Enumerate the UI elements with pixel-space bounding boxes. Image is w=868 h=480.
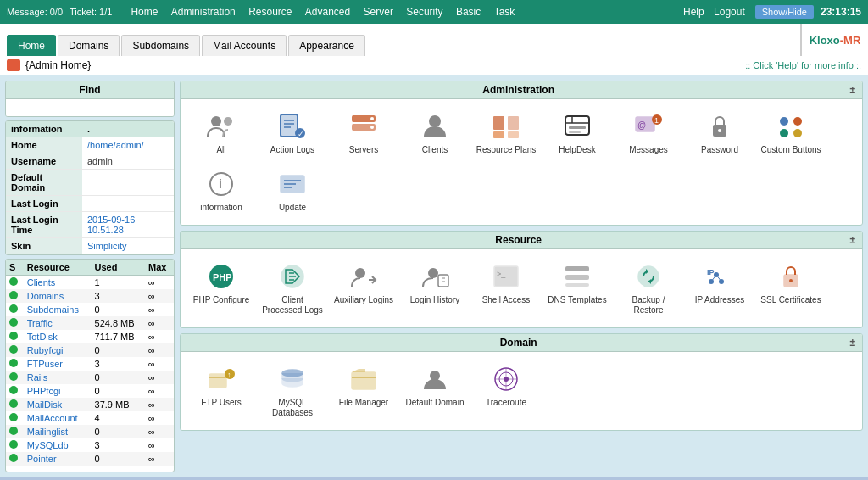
domain-item-mysql-databases[interactable]: MySQL Databases bbox=[259, 359, 326, 423]
status-dot-cell bbox=[6, 438, 24, 452]
resource-section: Resource ± PHP PHP Configure Client Proc… bbox=[180, 231, 863, 328]
resource-used: 1 bbox=[92, 276, 146, 290]
resource-name[interactable]: Subdomains bbox=[24, 303, 92, 316]
help-link[interactable]: Help bbox=[683, 6, 704, 18]
nav-resource[interactable]: Resource bbox=[248, 6, 292, 18]
resource-item-backup-restore[interactable]: Backup / Restore bbox=[615, 256, 682, 321]
tab-mail-accounts[interactable]: Mail Accounts bbox=[202, 35, 287, 56]
domain-item-file-manager[interactable]: File Manager bbox=[330, 359, 398, 423]
info-header-label: information bbox=[6, 121, 82, 137]
find-input[interactable] bbox=[6, 99, 174, 116]
svg-point-1 bbox=[224, 117, 232, 126]
show-hide-button[interactable]: Show/Hide bbox=[755, 5, 814, 19]
admin-item-helpdesk[interactable]: HelpDesk bbox=[543, 106, 611, 160]
table-row: MailAccount 4 ∞ bbox=[6, 411, 174, 425]
svg-point-28 bbox=[718, 129, 721, 132]
tab-home[interactable]: Home bbox=[7, 35, 56, 56]
resource-name[interactable]: TotDisk bbox=[24, 330, 92, 343]
action-logs-label: Action Logs bbox=[270, 145, 314, 155]
admin-item-update[interactable]: Update bbox=[259, 164, 326, 218]
nav-server[interactable]: Server bbox=[364, 6, 393, 18]
resource-item-auxiliary-logins[interactable]: Auxiliary Logins bbox=[330, 256, 398, 321]
right-panel: Administration ± All ✓ Action Logs Serve… bbox=[180, 81, 863, 472]
resource-collapse-btn[interactable]: ± bbox=[849, 234, 855, 246]
resource-name[interactable]: MySQLdb bbox=[24, 438, 92, 452]
resource-item-dns-templates[interactable]: DNS Templates bbox=[543, 256, 611, 321]
tab-subdomains[interactable]: Subdomains bbox=[121, 35, 200, 56]
status-dot bbox=[9, 332, 18, 340]
update-label: Update bbox=[279, 203, 306, 213]
admin-item-password[interactable]: Password bbox=[686, 106, 754, 160]
domain-item-default-domain[interactable]: Default Domain bbox=[401, 359, 469, 423]
resource-item-client-processed-logs[interactable]: Client Processed Logs bbox=[259, 256, 326, 321]
info-row-last-login-time: Last Login Time 2015-09-16 10.51.28 bbox=[6, 212, 174, 238]
admin-item-all[interactable]: All bbox=[187, 106, 255, 160]
resource-max: ∞ bbox=[145, 343, 174, 357]
nav-basic[interactable]: Basic bbox=[456, 6, 481, 18]
admin-item-servers[interactable]: Servers bbox=[330, 106, 398, 160]
backup-restore-icon bbox=[632, 261, 665, 292]
resource-used: 3 bbox=[92, 289, 146, 303]
admin-item-resource-plans[interactable]: Resource Plans bbox=[472, 106, 540, 160]
resource-name[interactable]: MailAccount bbox=[24, 411, 92, 425]
admin-item-clients[interactable]: Clients bbox=[401, 106, 469, 160]
table-row: FTPuser 3 ∞ bbox=[6, 357, 174, 371]
resource-name[interactable]: PHPfcgi bbox=[24, 384, 92, 398]
left-panel: Find information . Home /home/admin/ Use… bbox=[5, 81, 175, 472]
find-box: Find bbox=[5, 81, 175, 117]
resource-name[interactable]: Rubyfcgi bbox=[24, 343, 92, 357]
nav-task[interactable]: Task bbox=[494, 6, 515, 18]
tab-domains[interactable]: Domains bbox=[58, 35, 120, 56]
nav-administration[interactable]: Administration bbox=[171, 6, 236, 18]
resource-item-login-history[interactable]: Login History bbox=[401, 256, 469, 321]
svg-point-32 bbox=[793, 129, 802, 137]
resource-max: ∞ bbox=[145, 316, 174, 330]
admin-item-action-logs[interactable]: ✓ Action Logs bbox=[259, 106, 326, 160]
admin-collapse-btn[interactable]: ± bbox=[849, 84, 855, 96]
resource-name[interactable]: FTPuser bbox=[24, 357, 92, 371]
resource-name[interactable]: Domains bbox=[24, 289, 92, 303]
resource-item-ssl-certificates[interactable]: SSL Certificates bbox=[757, 256, 825, 321]
admin-item-custom-buttons[interactable]: Custom Buttons bbox=[757, 106, 825, 160]
main-content: Find information . Home /home/admin/ Use… bbox=[0, 75, 868, 477]
col-resource: Resource bbox=[24, 260, 92, 276]
resource-name[interactable]: MailDisk bbox=[24, 398, 92, 411]
domain-item-ftp-users[interactable]: ↑ FTP Users bbox=[187, 359, 255, 423]
resource-used: 0 bbox=[92, 384, 146, 398]
domain-item-traceroute[interactable]: Traceroute bbox=[472, 359, 540, 423]
admin-item-information[interactable]: i information bbox=[187, 164, 255, 218]
servers-icon bbox=[347, 111, 381, 142]
table-row: MailDisk 37.9 MB ∞ bbox=[6, 398, 174, 411]
resource-name[interactable]: Mailinglist bbox=[24, 425, 92, 438]
nav-advanced[interactable]: Advanced bbox=[305, 6, 350, 18]
tab-appearance[interactable]: Appearance bbox=[288, 35, 365, 56]
resource-name[interactable]: Pointer bbox=[24, 452, 92, 466]
status-dot-cell bbox=[6, 411, 24, 425]
backup-restore-label: Backup / Restore bbox=[618, 295, 679, 315]
admin-item-messages[interactable]: @1 Messages bbox=[615, 106, 682, 160]
svg-point-13 bbox=[429, 115, 441, 127]
resource-item-php-configure[interactable]: PHP PHP Configure bbox=[187, 256, 255, 321]
svg-point-30 bbox=[793, 117, 802, 126]
nav-security[interactable]: Security bbox=[406, 6, 442, 18]
help-info-link[interactable]: :: Click 'Help' for more info :: bbox=[745, 60, 861, 70]
resource-name[interactable]: Clients bbox=[24, 276, 92, 290]
resource-name[interactable]: Rails bbox=[24, 371, 92, 384]
resource-max: ∞ bbox=[145, 384, 174, 398]
col-s: S bbox=[6, 260, 24, 276]
col-max: Max bbox=[145, 260, 174, 276]
auxiliary-logins-label: Auxiliary Logins bbox=[334, 295, 393, 305]
logout-link[interactable]: Logout bbox=[714, 6, 745, 18]
login-history-label: Login History bbox=[410, 295, 459, 305]
resource-item-shell-access[interactable]: >_ Shell Access bbox=[472, 256, 540, 321]
custom-buttons-icon bbox=[774, 111, 808, 142]
table-row: Rails 0 ∞ bbox=[6, 371, 174, 384]
table-row: MySQLdb 3 ∞ bbox=[6, 438, 174, 452]
resource-name[interactable]: Traffic bbox=[24, 316, 92, 330]
svg-text:@: @ bbox=[637, 120, 646, 130]
resource-item-ip-addresses[interactable]: IP IP Addresses bbox=[686, 256, 754, 321]
top-nav: Home Administration Resource Advanced Se… bbox=[125, 6, 520, 18]
nav-home[interactable]: Home bbox=[131, 6, 158, 18]
domain-collapse-btn[interactable]: ± bbox=[849, 337, 855, 349]
admin-icon-grid: All ✓ Action Logs Servers Clients Resour… bbox=[181, 99, 862, 225]
